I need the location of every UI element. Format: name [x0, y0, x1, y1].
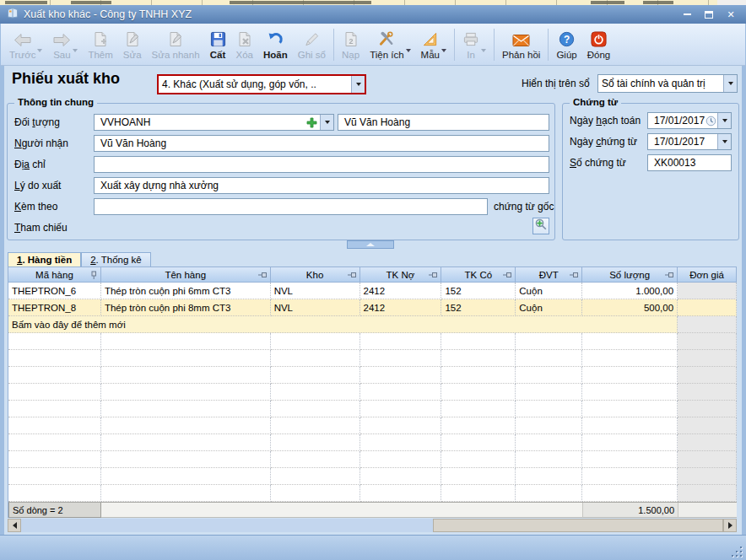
column-header[interactable]: TK Có	[441, 267, 516, 283]
chevron-down-icon[interactable]	[717, 134, 731, 149]
empty-row[interactable]	[8, 434, 737, 451]
cell[interactable]: 2412	[360, 283, 442, 299]
cell[interactable]: NVL	[271, 283, 360, 299]
toolbar-button-dong[interactable]: Đóng	[582, 25, 616, 64]
close-button[interactable]: ✕	[722, 8, 739, 21]
column-header[interactable]: Tên hàng	[101, 267, 271, 283]
chevron-down-icon[interactable]	[717, 113, 731, 128]
pin-icon[interactable]	[569, 271, 579, 281]
cell[interactable]: Thép tròn cuộn phi 8mm CT3	[101, 299, 271, 316]
ngay-chung-tu-input[interactable]: 17/01/2017	[647, 133, 732, 150]
cell[interactable]: NVL	[271, 299, 360, 316]
pin-icon[interactable]	[664, 271, 674, 281]
cell[interactable]: Cuộn	[516, 283, 582, 299]
nguoi-nhan-input[interactable]: Vũ Văn Hoàng	[94, 135, 549, 152]
column-header[interactable]: Số lượng	[582, 267, 678, 283]
cell[interactable]: 1.000,00	[582, 283, 678, 299]
cell[interactable]: Cuộn	[516, 299, 582, 316]
scroll-right-button[interactable]	[723, 519, 737, 532]
doc-new-icon	[93, 30, 108, 47]
chevron-down-icon	[73, 49, 78, 52]
scroll-left-button[interactable]	[8, 519, 21, 532]
general-info-legend: Thông tin chung	[14, 97, 97, 107]
maximize-button[interactable]	[700, 8, 717, 21]
tab-hang-tien[interactable]: 1. Hàng tiền	[8, 252, 81, 267]
voucher-type-select[interactable]: 4. Khác (Xuất sử dụng, góp vốn, ..	[157, 74, 366, 94]
refresh-icon: 2	[343, 30, 359, 47]
cell[interactable]: 152	[441, 283, 516, 299]
empty-row[interactable]	[8, 367, 737, 384]
pin-icon[interactable]	[347, 271, 357, 281]
doi-tuong-code-input[interactable]: VVHOANH	[94, 114, 334, 131]
toolbar-button-tien-ich[interactable]: Tiện ích	[365, 25, 415, 64]
cell[interactable]: 2412	[360, 299, 442, 316]
empty-row[interactable]	[8, 333, 737, 350]
kem-theo-input[interactable]	[94, 198, 488, 215]
document-legend: Chứng từ	[570, 97, 621, 107]
toolbar-button-phan-hoi[interactable]: Phản hồi	[497, 25, 545, 64]
toolbar-button-mau[interactable]: Mẫu	[416, 25, 451, 64]
cell[interactable]	[678, 299, 737, 316]
empty-row[interactable]	[8, 401, 737, 417]
power-icon	[591, 30, 607, 47]
voucher-form: Phiếu xuất kho 4. Khác (Xuất sử dụng, gó…	[4, 66, 742, 535]
cell[interactable]: 500,00	[582, 299, 678, 316]
cell[interactable]: THEPTRON_6	[8, 283, 101, 299]
column-header[interactable]: Đơn giá	[678, 267, 737, 283]
cell[interactable]: Thép tròn cuộn phi 6mm CT3	[101, 283, 271, 299]
column-header[interactable]: Mã hàng	[8, 267, 101, 283]
column-header[interactable]: TK Nợ	[360, 267, 442, 283]
chevron-down-icon[interactable]	[723, 75, 737, 92]
empty-row[interactable]	[8, 384, 737, 401]
chevron-down-icon	[481, 49, 486, 52]
column-header[interactable]: ĐVT	[516, 267, 582, 283]
horizontal-scrollbar[interactable]	[8, 519, 737, 532]
ngay-hach-toan-label: Ngày hạch toán	[570, 115, 641, 127]
so-chung-tu-input[interactable]: XK00013	[647, 154, 732, 171]
pencil-icon	[304, 30, 320, 47]
empty-row[interactable]	[8, 485, 737, 502]
empty-row[interactable]	[8, 451, 737, 468]
cell[interactable]: THEPTRON_8	[8, 299, 101, 316]
minimize-button[interactable]	[678, 8, 695, 21]
ly-do-xuat-input[interactable]: Xuất xây dựng nhà xưởng	[94, 177, 549, 194]
resize-grip[interactable]	[731, 546, 742, 557]
splitter-collapse-button[interactable]	[347, 240, 394, 249]
toolbar: TrướcSauThêmSửaSửa nhanhCấtXóaHoãnGhi sổ…	[1, 24, 745, 66]
set-square-icon	[422, 30, 438, 47]
scrollbar-thumb[interactable]	[433, 519, 723, 532]
svg-text:2: 2	[349, 37, 353, 46]
table-row[interactable]: THEPTRON_8Thép tròn cuộn phi 8mm CT3NVL2…	[8, 299, 737, 316]
empty-row[interactable]	[8, 417, 737, 434]
column-header[interactable]: Kho	[271, 267, 360, 283]
grid-summary-row: Số dòng = 21.500,00	[8, 502, 737, 518]
pin-icon[interactable]	[89, 271, 98, 282]
pin-icon[interactable]	[502, 271, 512, 281]
chevron-down-icon[interactable]	[320, 115, 333, 130]
tab-thong-ke[interactable]: 2. Thống kê	[81, 252, 151, 267]
undo-icon	[267, 30, 284, 47]
chevron-down-icon	[406, 49, 411, 52]
ngay-hach-toan-input[interactable]: 17/01/2017	[647, 112, 732, 129]
background-fragment	[230, 1, 371, 4]
pin-icon[interactable]	[428, 271, 438, 281]
table-row[interactable]: THEPTRON_6Thép tròn cuộn phi 6mm CT3NVL2…	[8, 283, 737, 299]
pin-icon[interactable]	[257, 271, 268, 281]
cell[interactable]: 152	[441, 299, 516, 316]
doi-tuong-name-field[interactable]: Vũ Văn Hoàng	[338, 114, 549, 131]
add-new-row[interactable]: Bấm vào đây để thêm mới	[8, 316, 737, 333]
application-window: Xuất kho khác - Công ty TNHH XYZ ✕ Trước…	[0, 0, 746, 560]
cell[interactable]	[678, 283, 737, 299]
tham-chieu-add-button[interactable]	[532, 218, 549, 234]
add-object-icon[interactable]	[306, 117, 317, 128]
empty-row[interactable]	[8, 350, 737, 367]
toolbar-button-giup[interactable]: ?Giúp	[551, 25, 581, 64]
toolbar-button-cat[interactable]: Cất	[205, 25, 231, 64]
dia-chi-input[interactable]	[94, 156, 549, 173]
empty-row[interactable]	[8, 468, 737, 485]
display-on-book-select[interactable]: Sổ tài chính và quản trị	[597, 74, 738, 93]
background-fragment	[71, 1, 111, 4]
chevron-down-icon[interactable]	[351, 76, 365, 93]
toolbar-button-in: In	[457, 25, 491, 64]
toolbar-button-hoan[interactable]: Hoãn	[258, 25, 293, 64]
